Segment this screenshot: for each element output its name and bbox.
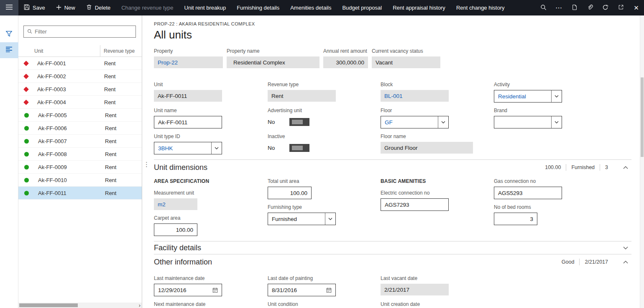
electric-connection-field: Electric connection no AGS7293	[381, 190, 494, 211]
brand-dropdown[interactable]	[494, 116, 562, 128]
hamburger-menu-button[interactable]	[0, 0, 18, 15]
horizontal-scrollbar-thumb[interactable]	[19, 303, 78, 307]
filter-input[interactable]	[35, 28, 132, 35]
list-item[interactable]: Ak-FF-0011Rent	[18, 187, 142, 200]
revenue-type-column-header[interactable]: Revenue type	[100, 45, 135, 56]
floor-dropdown[interactable]: GF	[381, 116, 449, 128]
inactive-toggle[interactable]	[289, 144, 309, 152]
list-item[interactable]: Ak-FF-0009Rent	[18, 161, 142, 174]
chevron-down-icon[interactable]	[551, 116, 562, 128]
chevron-down-icon[interactable]	[620, 246, 631, 249]
rent-appraisal-history-button[interactable]: Rent appraisal history	[387, 0, 451, 15]
list-item[interactable]: Ak-FF-0004Rent	[18, 96, 142, 109]
brand-label: Brand	[494, 108, 631, 113]
filter-search-icon	[27, 28, 32, 36]
unit-cell: Ak-FF-0003	[37, 86, 100, 92]
chevron-up-icon[interactable]	[620, 261, 631, 264]
unit-dimensions-section-header[interactable]: Unit dimensions 100.00 Furnished 3	[154, 160, 631, 175]
unit-condition-label: Unit condition	[268, 301, 381, 307]
chevron-down-icon[interactable]	[551, 90, 562, 102]
last-date-of-painting-input[interactable]: 8/31/2016	[268, 284, 336, 296]
facility-details-section-header[interactable]: Facility details	[154, 241, 631, 254]
delete-button[interactable]: Delete	[81, 0, 116, 15]
calendar-icon[interactable]	[324, 287, 332, 293]
more-commands-button[interactable]: ⋯	[551, 0, 567, 15]
chevron-right-icon[interactable]: ›	[139, 303, 141, 308]
revenue-type-cell: Rent	[104, 86, 115, 92]
red-diamond-icon	[23, 100, 29, 105]
other-information-section-header[interactable]: Other information Good 2/21/2017	[154, 254, 631, 270]
measurement-unit-field: Measurement unit m2	[154, 190, 268, 210]
total-unit-area-label: Total unit area	[268, 178, 381, 184]
bedrooms-field: No of bed rooms 3	[494, 204, 631, 225]
total-unit-area-input[interactable]: 100.00	[268, 187, 312, 199]
carpet-area-field: Carpet area 100.00	[154, 215, 268, 236]
furnishing-details-button[interactable]: Furnishing details	[231, 0, 285, 15]
filter-funnel-icon	[5, 30, 13, 39]
block-value-link[interactable]: BL-001	[381, 90, 449, 102]
breadcrumb: PROP-22 : AKARIA RESIDENTIAL COMPLEX	[154, 21, 631, 26]
attachments-button[interactable]	[582, 0, 598, 15]
list-item[interactable]: Ak-FF-0008Rent	[18, 148, 142, 161]
list-item[interactable]: Ak-FF-0003Rent	[18, 83, 142, 96]
measurement-unit-value: m2	[154, 198, 197, 210]
budget-proposal-button[interactable]: Budget proposal	[337, 0, 387, 15]
red-diamond-icon	[23, 61, 29, 66]
last-maintenance-date-input[interactable]: 12/29/2016	[154, 284, 222, 296]
amenities-details-label: Amenities details	[290, 5, 331, 11]
chevron-down-icon[interactable]	[211, 142, 222, 154]
toggle-knob	[292, 146, 303, 150]
unit-column-header[interactable]: Unit	[34, 45, 100, 56]
list-item[interactable]: Ak-FF-0001Rent	[18, 57, 142, 70]
list-item[interactable]: Ak-FF-0006Rent	[18, 122, 142, 135]
search-button[interactable]	[536, 0, 551, 15]
refresh-button[interactable]	[598, 0, 613, 15]
list-item[interactable]: Ak-FF-0002Rent	[18, 70, 142, 83]
basic-amenities-header: BASIC AMENITIES	[381, 178, 494, 184]
list-item[interactable]: Ak-FF-0010Rent	[18, 174, 142, 187]
last-vacant-date-value: 2/21/2017	[381, 284, 449, 295]
inactive-label: Inactive	[268, 133, 381, 139]
change-revenue-type-label: Change revenue type	[121, 5, 173, 11]
unit-type-id-dropdown[interactable]: 3BHK	[154, 142, 222, 154]
carpet-area-input[interactable]: 100.00	[154, 223, 197, 236]
topbar-right-icons: ⋯ ✕	[536, 0, 644, 15]
chevron-up-icon[interactable]	[620, 166, 631, 169]
new-button[interactable]: New	[51, 0, 81, 15]
floor-field: Floor GF	[381, 108, 494, 128]
unit-rent-breakup-button[interactable]: Unit rent breakup	[179, 0, 232, 15]
measurement-unit-text: m2	[158, 201, 166, 208]
list-item[interactable]: Ak-FF-0005Rent	[18, 109, 142, 122]
popout-icon	[618, 4, 624, 11]
unit-name-input[interactable]: Ak-FF-0011	[154, 116, 222, 128]
furnishing-type-dropdown[interactable]: Furnished	[268, 213, 336, 225]
close-button[interactable]: ✕	[629, 0, 644, 15]
vertical-scrollbar	[640, 15, 644, 308]
list-item[interactable]: Ak-FF-0007Rent	[18, 135, 142, 148]
header-fields: Property Prop-22 Property name Residenti…	[154, 48, 631, 73]
activity-dropdown[interactable]: Residential	[494, 90, 562, 103]
chevron-down-icon[interactable]	[438, 116, 448, 128]
list-pane-button[interactable]	[0, 42, 18, 58]
save-button[interactable]: Save	[18, 0, 51, 15]
vertical-scrollbar-thumb[interactable]	[641, 77, 644, 157]
advertising-unit-toggle[interactable]	[289, 118, 309, 126]
last-vacant-date-label: Last vacant date	[381, 275, 494, 281]
rent-change-history-button[interactable]: Rent change history	[451, 0, 510, 15]
gas-connection-input[interactable]: AGS5293	[494, 187, 562, 199]
bedrooms-input[interactable]: 3	[494, 213, 537, 225]
advertising-unit-field: Advertising unit No	[268, 108, 381, 128]
unit-cell: Ak-FF-0011	[38, 190, 101, 196]
calendar-icon[interactable]	[210, 287, 218, 293]
open-in-new-window-button[interactable]	[613, 0, 629, 15]
splitter-handle[interactable]: ⋮	[143, 163, 150, 166]
green-circle-icon	[24, 139, 29, 144]
chevron-down-icon[interactable]	[325, 213, 335, 225]
electric-connection-input[interactable]: AGS7293	[381, 198, 449, 211]
document-button[interactable]	[567, 0, 582, 15]
filter-pane-button[interactable]	[0, 26, 18, 42]
new-button-label: New	[64, 5, 75, 11]
property-value-link[interactable]: Prop-22	[154, 56, 223, 68]
amenities-details-button[interactable]: Amenities details	[285, 0, 337, 15]
inactive-field: Inactive No	[268, 133, 381, 154]
